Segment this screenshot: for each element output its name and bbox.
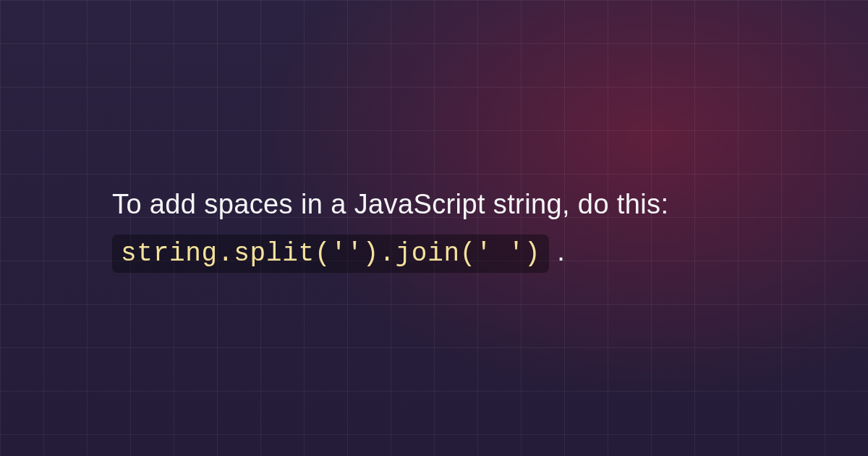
main-text-block: To add spaces in a JavaScript string, do… (112, 181, 763, 276)
lead-text: To add spaces in a JavaScript string, do… (112, 189, 668, 219)
code-snippet: string.split('').join(' ') (112, 235, 549, 273)
trailing-text: . (549, 236, 565, 266)
